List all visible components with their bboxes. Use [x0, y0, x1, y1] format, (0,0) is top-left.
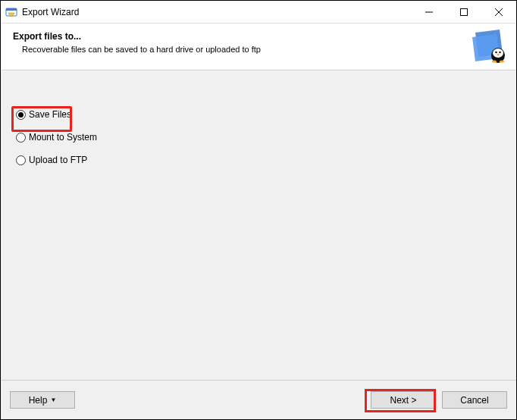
- svg-point-14: [500, 61, 504, 63]
- header-title: Export files to...: [13, 31, 504, 42]
- svg-point-11: [499, 52, 500, 53]
- svg-point-13: [492, 61, 497, 63]
- cancel-button[interactable]: Cancel: [442, 391, 507, 409]
- help-label: Help: [29, 395, 48, 406]
- export-options-group: Save Files Mount to System Upload to FTP: [16, 109, 501, 165]
- svg-rect-1: [6, 8, 17, 11]
- next-button[interactable]: Next >: [371, 391, 436, 409]
- radio-upload-to-ftp[interactable]: Upload to FTP: [16, 155, 501, 165]
- radio-save-files[interactable]: Save Files: [16, 109, 501, 120]
- svg-rect-3: [461, 9, 468, 16]
- radio-indicator-icon: [16, 155, 26, 165]
- app-icon: [5, 6, 17, 18]
- titlebar: Export Wizard: [1, 1, 516, 24]
- radio-label: Upload to FTP: [29, 155, 87, 165]
- wizard-icon: [471, 28, 507, 64]
- header-subtitle: Recoverable files can be saved to a hard…: [22, 45, 504, 54]
- radio-mount-to-system[interactable]: Mount to System: [16, 132, 501, 143]
- wizard-header: Export files to... Recoverable files can…: [1, 24, 516, 71]
- help-button[interactable]: Help ▼: [10, 391, 75, 409]
- radio-indicator-icon: [16, 133, 26, 143]
- minimize-button[interactable]: [412, 1, 446, 24]
- svg-point-9: [493, 49, 503, 58]
- radio-label: Save Files: [29, 109, 71, 120]
- wizard-content: Save Files Mount to System Upload to FTP: [1, 71, 516, 380]
- cancel-label: Cancel: [460, 395, 488, 406]
- svg-point-10: [495, 52, 497, 53]
- window-title: Export Wizard: [22, 7, 412, 17]
- next-label: Next >: [390, 395, 416, 406]
- radio-indicator-icon: [16, 110, 26, 120]
- chevron-down-icon: ▼: [50, 396, 56, 403]
- wizard-footer: Help ▼ Next > Cancel: [1, 380, 516, 419]
- close-button[interactable]: [481, 1, 516, 24]
- maximize-button[interactable]: [446, 1, 481, 24]
- window-controls: [412, 1, 516, 23]
- radio-label: Mount to System: [29, 132, 97, 143]
